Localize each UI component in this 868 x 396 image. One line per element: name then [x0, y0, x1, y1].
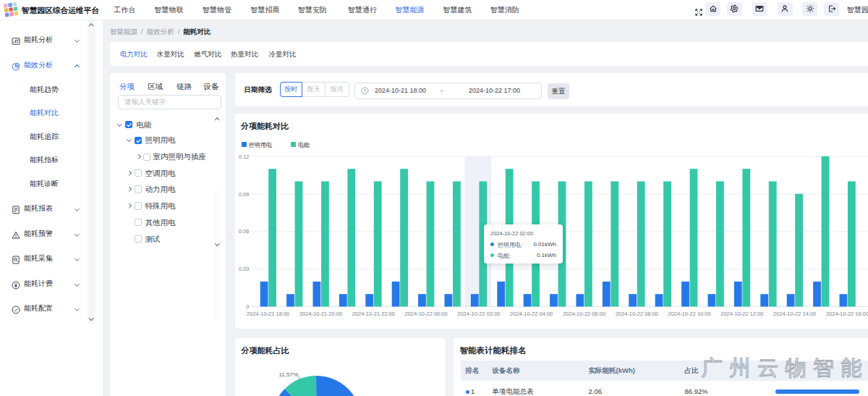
svg-text:2024-10-22 06:00: 2024-10-22 06:00: [563, 311, 605, 317]
svg-text:2024-10-22 16:00: 2024-10-22 16:00: [826, 311, 868, 317]
svg-text:0: 0: [246, 303, 249, 310]
svg-text:2024-10-22 10:00: 2024-10-22 10:00: [668, 311, 710, 317]
svg-text:11.57%: 11.57%: [278, 371, 298, 378]
svg-text:2024-10-21 20:00: 2024-10-21 20:00: [299, 311, 342, 317]
svg-text:2024-10-22 12:00: 2024-10-22 12:00: [720, 311, 763, 317]
svg-text:2024-10-21 18:00: 2024-10-21 18:00: [247, 311, 289, 317]
svg-text:2024-10-22 02:00: 2024-10-22 02:00: [457, 311, 500, 317]
svg-text:2024-10-22 14:00: 2024-10-22 14:00: [773, 311, 816, 317]
svg-text:2024-10-22 04:00: 2024-10-22 04:00: [510, 311, 553, 317]
svg-text:2024-10-21 22:00: 2024-10-21 22:00: [352, 311, 395, 317]
svg-text:2024-10-22 08:00: 2024-10-22 08:00: [616, 311, 658, 317]
svg-text:0.09: 0.09: [239, 191, 250, 198]
svg-text:2024-10-22 00:00: 2024-10-22 00:00: [404, 311, 447, 317]
svg-text:0.06: 0.06: [239, 228, 250, 235]
svg-text:0.12: 0.12: [239, 153, 250, 160]
svg-text:0.03: 0.03: [239, 266, 250, 272]
